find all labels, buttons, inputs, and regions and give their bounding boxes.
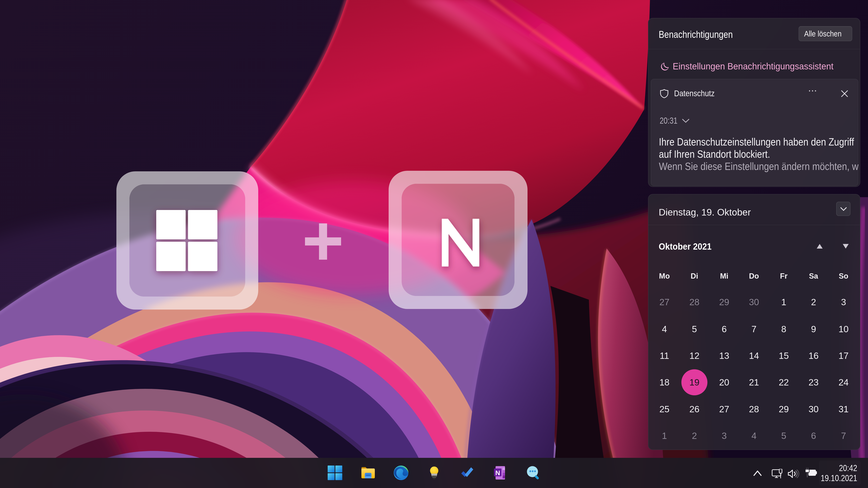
- svg-text:N: N: [495, 469, 500, 477]
